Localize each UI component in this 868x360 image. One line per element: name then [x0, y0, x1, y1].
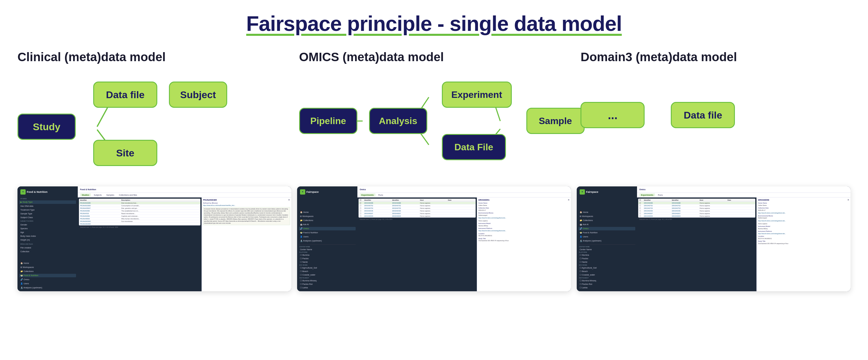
d3-pacbio-filter[interactable]: ☐ Pacbio [579, 257, 635, 260]
omics-beach-filter[interactable]: ☐ Beach [299, 270, 355, 273]
d3-row-4[interactable]: ☐ DRX040435 DRX040435 Homo sapiens [638, 210, 755, 212]
d3-metadata-header: DRX040098 ✕ [758, 199, 849, 201]
table-row-7[interactable]: PRJNA48093 Why human microbiome... [79, 217, 200, 220]
d3-center-name-filter[interactable]: Center Name [579, 248, 635, 251]
d3-platform-label: PLATFORM [579, 251, 635, 253]
omics-sidebar-ai[interactable]: 🤖 Ask AI [299, 223, 355, 226]
omics-miniseq-filter[interactable]: ☐ Illumina Minseq [299, 279, 355, 282]
d3-coastal-filter[interactable]: ☐ Coastal_water [579, 273, 635, 277]
d3-beach-filter[interactable]: ☐ Beach [579, 270, 635, 273]
exp-row-1[interactable]: ☑ DRX040088 DRX040088 Homo sapiens [359, 202, 476, 205]
domain3-sidebar-omics[interactable]: 🧬 Omics [579, 227, 635, 230]
d3-nante-filter[interactable]: ☐ Nante [579, 260, 635, 264]
tab-experiments[interactable]: Experiments [360, 193, 375, 197]
sidebar-users[interactable]: 👤 Users [19, 282, 76, 286]
d3-larkia-filter[interactable]: ☐ Larkia [579, 286, 635, 290]
exp-row-2[interactable]: ☐ DRX040752 DRX040752 Homo sapiens [359, 205, 476, 207]
omics-sidebar-collections[interactable]: 📁 Collections [299, 219, 355, 222]
tab-subjects[interactable]: Subjects [92, 193, 103, 197]
omics-sidebar-analyses[interactable]: 🔬 Analyses (upstream) [299, 239, 355, 243]
clinical-content-area: Food & Nutrition Studies Subjects Sample… [78, 186, 291, 291]
row-desc-1: Diet microbiome liver... [121, 202, 199, 204]
sidebar-species[interactable]: Species [19, 227, 76, 230]
d3-miniseq-filter[interactable]: ☐ Illumina Minseq [579, 279, 635, 282]
domain3-sidebar-users[interactable]: 👤 Users [579, 235, 635, 239]
table-row-1[interactable]: PRJNA500385 Diet microbiome liver... [79, 202, 200, 205]
sidebar-omics[interactable]: 🧬 Omics [19, 278, 76, 281]
exp-row-6[interactable]: ☐ DRX040003 DRX040003 Homo sapiens [359, 215, 476, 217]
sidebar-gender[interactable]: Gender [19, 223, 76, 226]
omics-pacbio-filter[interactable]: ☐ Pacbio [299, 257, 355, 260]
exp-row-4[interactable]: ☐ DRX040435 DRX040435 Homo sapiens [359, 210, 476, 212]
omics-sidebar-home[interactable]: 🏠 Home [299, 211, 355, 214]
pagination: Selected rows: 1 | Rows per page: 10 | 1… [79, 226, 200, 228]
sidebar-analyses[interactable]: 🔬 Analyses (upstream) [19, 286, 76, 290]
table-row-4[interactable]: PRJNA50096 The established lure mi... [79, 210, 200, 212]
sidebar-collections[interactable]: 📁 Collections [19, 270, 76, 273]
omics-nante-filter[interactable]: ☐ Nante [299, 260, 355, 264]
d3-tab-experiments[interactable]: Experiments [639, 193, 655, 197]
d3-row-5[interactable]: ☐ DRX040007 DRX040007 Homo sapiens [638, 212, 755, 215]
sidebar-home[interactable]: 🏠 Home [19, 262, 76, 265]
omics-sidebar-food[interactable]: 🥗 Food & Nutrition [299, 231, 355, 235]
sidebar-has-dna[interactable]: Has DNA data [19, 205, 76, 208]
table-row-3[interactable]: PRJNA405007 Diet, genetics and gut... [79, 207, 200, 210]
domain3-sidebar-analyses[interactable]: 🔬 Analyses (upstream) [579, 239, 635, 243]
domain3-sidebar-food[interactable]: 🥗 Food & Nutrition [579, 231, 635, 235]
omics-larkia-filter[interactable]: ☐ Larkia [299, 286, 355, 290]
sidebar-height[interactable]: Height (m) [19, 238, 76, 241]
metadata-close-btn[interactable]: ✕ [288, 199, 290, 201]
d3-row-2[interactable]: ☐ DRX040752 DRX040752 Homo sapiens [638, 205, 755, 207]
omics-metadata-close[interactable]: ✕ [568, 199, 570, 201]
table-row-5[interactable]: PRJNA4533 Nasal microbiome... [79, 212, 200, 215]
d3-row-3[interactable]: ☐ DRX040753 DRX040753 Homo sapiens [638, 207, 755, 210]
d3-illumina-filter[interactable]: ☐ Illumina [579, 253, 635, 257]
d3-metadata-close[interactable]: ✕ [847, 199, 849, 201]
omics-center-name-filter[interactable]: Center Name [299, 248, 355, 251]
experiments-table: ☐ Identifier Identifier Host Date ☑ DRX0… [359, 199, 476, 217]
omics-sidebar-users[interactable]: 👤 Users [299, 235, 355, 239]
clinical-sidebar: ✦ Food & Nutrition STUDIES ▶ Study Type … [18, 186, 78, 291]
omics-agri-filter[interactable]: ☐ Agricultural_Soil [299, 266, 355, 270]
exp-row-5[interactable]: ☐ DRX040007 DRX040007 Homo sapiens [359, 212, 476, 215]
domain3-sidebar-home[interactable]: 🏠 Home [579, 211, 635, 214]
d3-col-id2: Identifier [672, 199, 699, 201]
table-row-8[interactable]: PRJNA583393 Gut microbiome [79, 220, 200, 223]
sidebar-age[interactable]: Age [19, 231, 76, 234]
d3-agri-filter[interactable]: ☐ Agricultural_Soil [579, 266, 635, 270]
tab-collections[interactable]: Collections and files [117, 193, 138, 197]
sidebar-sample-type[interactable]: Sample Type [19, 212, 76, 215]
omics-sidebar-omics[interactable]: 🧬 Omics [299, 227, 355, 230]
omics-rsii-filter[interactable]: ☐ Pacbio Rsii [299, 282, 355, 286]
sidebar-subject-class[interactable]: Subject Class [19, 216, 76, 219]
table-row-6[interactable]: PRJNA50099 Captivity and colonizat... [79, 215, 200, 217]
table-row-2[interactable]: PRJNA503383 Consumption of cannabi... [79, 205, 200, 207]
sidebar-workspaces[interactable]: ⊞ Workspaces [19, 266, 76, 269]
sidebar-study-type[interactable]: ▶ Study Type [19, 200, 76, 204]
d3-row-1[interactable]: ☑ DRX040088 DRX040088 Homo sapiens [638, 202, 755, 205]
tab-samples[interactable]: Samples [104, 193, 116, 197]
row-id-5: PRJNA4533 [80, 213, 119, 214]
exp-row-3[interactable]: ☐ DRX040753 DRX040753 Homo sapiens [359, 207, 476, 210]
domain3-sidebar-collections[interactable]: 📁 Collections [579, 219, 635, 222]
sidebar-treatment-type[interactable]: Treatment Type [19, 208, 76, 211]
d3-row-6[interactable]: ☐ DRX040003 DRX040003 Homo sapiens [638, 215, 755, 217]
d3-tab-runs[interactable]: Runs [656, 193, 664, 197]
tab-runs[interactable]: Runs [377, 193, 385, 197]
omics-metadata-content: Center Name Cather Name Collection Date … [478, 202, 570, 242]
sidebar-food-nutrition[interactable]: 🥗 Food & Nutrition [19, 274, 76, 277]
sidebar-bmi[interactable]: Body mass index [19, 235, 76, 238]
table-row-9[interactable]: PRJNA392383 [79, 223, 200, 226]
domain3-body: ☐ Identifier Identifier Host Date ☑ DRX0… [637, 198, 850, 291]
datafile-node: Data file [93, 82, 157, 108]
tab-studies[interactable]: Studies [80, 193, 91, 197]
sidebar-file-created[interactable]: File created [19, 246, 76, 249]
omics-illumina-filter[interactable]: ☐ Illumina [299, 253, 355, 257]
sidebar-collection[interactable]: Collection [19, 250, 76, 253]
platform-label: PLATFORM [299, 251, 355, 253]
omics-coastal-filter[interactable]: ☐ Coastal_water [299, 273, 355, 277]
omics-sidebar-workspaces[interactable]: ⊞ Workspaces [299, 215, 355, 218]
d3-rsii-filter[interactable]: ☐ Pacbio Rsii [579, 282, 635, 286]
domain3-sidebar-workspaces[interactable]: ⊞ Workspaces [579, 215, 635, 218]
domain3-sidebar-ai[interactable]: 🤖 Ask AI [579, 223, 635, 226]
